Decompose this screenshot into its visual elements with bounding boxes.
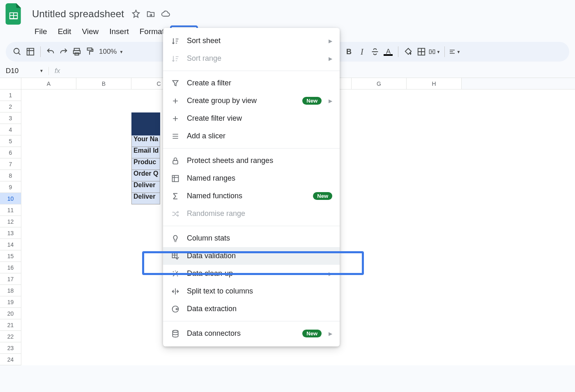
row-header-8[interactable]: 8: [0, 170, 21, 181]
submenu-arrow-icon: ▶: [329, 38, 332, 44]
row-header-4[interactable]: 4: [0, 124, 21, 135]
row-header-10[interactable]: 10: [0, 193, 21, 204]
menu-item-add-a-slicer[interactable]: Add a slicer: [163, 127, 340, 145]
cell[interactable]: Deliver: [131, 181, 160, 193]
cell[interactable]: Produc: [131, 158, 160, 170]
row-header-20[interactable]: 20: [0, 308, 21, 319]
menu-item-create-filter-view[interactable]: Create filter view: [163, 110, 340, 127]
sort-range-icon: [170, 54, 180, 64]
grid-icon[interactable]: [25, 46, 36, 57]
search-icon[interactable]: [12, 46, 23, 57]
bold-icon[interactable]: B: [343, 46, 354, 57]
select-all-corner[interactable]: [0, 78, 21, 89]
row-header-16[interactable]: 16: [0, 262, 21, 273]
row-header-11[interactable]: 11: [0, 204, 21, 216]
merge-cells-icon[interactable]: ▼: [429, 46, 440, 57]
row-header-5[interactable]: 5: [0, 135, 21, 147]
menu-edit[interactable]: Edit: [53, 25, 76, 38]
col-header-H[interactable]: H: [407, 78, 462, 89]
chevron-down-icon: ▼: [39, 69, 44, 73]
svg-rect-14: [173, 160, 178, 164]
redo-icon[interactable]: [58, 46, 69, 57]
row-header-2[interactable]: 2: [0, 101, 21, 112]
row-header-3[interactable]: 3: [0, 112, 21, 124]
menu-item-label: Create a filter: [187, 79, 231, 87]
menu-item-data-extraction[interactable]: Data extraction: [163, 300, 340, 318]
row-header-15[interactable]: 15: [0, 250, 21, 262]
row-header-21[interactable]: 21: [0, 319, 21, 331]
menu-item-column-stats[interactable]: Column stats: [163, 229, 340, 247]
doc-title[interactable]: Untitled spreadsheet: [30, 7, 126, 21]
row-header-22[interactable]: 22: [0, 331, 21, 342]
menu-item-data-validation[interactable]: Data validation: [163, 247, 340, 265]
header-cell[interactable]: [131, 112, 160, 135]
extract-icon: [170, 304, 180, 314]
menu-item-create-a-filter[interactable]: Create a filter: [163, 74, 340, 92]
print-icon[interactable]: [71, 46, 83, 57]
italic-icon[interactable]: I: [356, 46, 368, 57]
row-header-1[interactable]: 1: [0, 89, 21, 101]
menu-insert[interactable]: Insert: [104, 25, 134, 38]
separator: [444, 46, 445, 57]
menu-item-label: Randomise range: [187, 209, 245, 218]
row-header-17[interactable]: 17: [0, 273, 21, 285]
row-header-12[interactable]: 12: [0, 216, 21, 227]
fill-color-icon[interactable]: [402, 46, 414, 57]
menu-separator: [163, 148, 340, 149]
row-header-6[interactable]: 6: [0, 147, 21, 158]
menu-item-split-text-to-columns[interactable]: Split text to columns: [163, 282, 340, 300]
row-header-18[interactable]: 18: [0, 285, 21, 296]
menu-item-data-connectors[interactable]: Data connectorsNew▶: [163, 325, 340, 342]
menu-item-protect-sheets-and-ranges[interactable]: Protect sheets and ranges: [163, 152, 340, 170]
cell[interactable]: Email Id: [131, 147, 160, 158]
row-header-13[interactable]: 13: [0, 227, 21, 239]
row-header-24[interactable]: 24: [0, 354, 21, 365]
new-badge: New: [302, 330, 322, 337]
menu-file[interactable]: File: [30, 25, 52, 38]
menu-item-data-clean-up[interactable]: Data clean-up▶: [163, 265, 340, 282]
menu-item-label: Data extraction: [187, 305, 237, 313]
plus-icon: [170, 114, 180, 124]
menu-item-sort-sheet[interactable]: Sort sheet▶: [163, 32, 340, 50]
borders-icon[interactable]: [416, 46, 427, 57]
row-header-9[interactable]: 9: [0, 181, 21, 193]
chevron-down-icon: ▼: [119, 50, 123, 54]
row-header-19[interactable]: 19: [0, 296, 21, 308]
star-icon[interactable]: [131, 9, 141, 19]
lock-icon: [170, 156, 180, 166]
submenu-arrow-icon: ▶: [329, 271, 332, 277]
row-header-23[interactable]: 23: [0, 342, 21, 354]
move-icon[interactable]: [145, 9, 156, 19]
cell[interactable]: Deliver: [131, 193, 160, 204]
cell[interactable]: Your Na: [131, 135, 160, 147]
split-icon: [170, 287, 180, 296]
col-header-B[interactable]: B: [76, 78, 131, 89]
menu-item-create-group-by-view[interactable]: Create group by viewNew▶: [163, 92, 340, 110]
undo-icon[interactable]: [45, 46, 56, 57]
paint-format-icon[interactable]: [84, 46, 96, 57]
submenu-arrow-icon: ▶: [329, 56, 332, 62]
svg-rect-15: [172, 175, 179, 181]
name-box[interactable]: D10▼: [0, 67, 48, 75]
row-header-14[interactable]: 14: [0, 239, 21, 250]
zoom-dropdown[interactable]: 100%▼: [97, 48, 125, 56]
cloud-status-icon[interactable]: [160, 9, 171, 19]
wand-icon: [170, 269, 180, 279]
cell[interactable]: Order Q: [131, 170, 160, 181]
svg-rect-3: [10, 16, 13, 18]
menu-view[interactable]: View: [77, 25, 104, 38]
align-icon[interactable]: ▼: [449, 46, 460, 57]
named-ranges-icon: [170, 174, 180, 183]
menu-item-named-functions[interactable]: Named functionsNew: [163, 187, 340, 205]
menu-item-label: Data clean-up: [187, 269, 233, 278]
data-range: Your NaEmail IdProducOrder QDeliverDeliv…: [131, 112, 160, 204]
svg-rect-4: [14, 16, 17, 18]
sheets-logo[interactable]: [5, 3, 23, 25]
formula-bar[interactable]: fx: [48, 67, 60, 75]
menu-item-named-ranges[interactable]: Named ranges: [163, 170, 340, 187]
strikethrough-icon[interactable]: [369, 46, 381, 57]
row-header-7[interactable]: 7: [0, 158, 21, 170]
text-color-icon[interactable]: A: [382, 46, 394, 57]
col-header-A[interactable]: A: [21, 78, 76, 89]
col-header-G[interactable]: G: [352, 78, 407, 89]
